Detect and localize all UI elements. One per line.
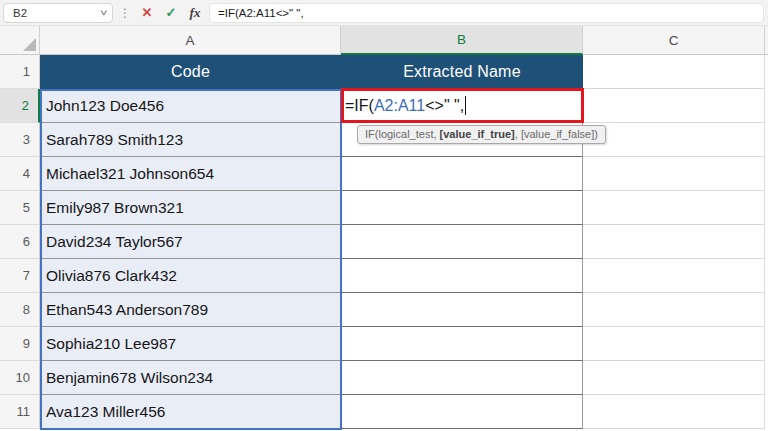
- select-all-corner[interactable]: [0, 26, 40, 55]
- code-cell[interactable]: Ava123 Miller456: [40, 395, 341, 429]
- extracted-name-cell[interactable]: [341, 361, 583, 395]
- cell-b1-extracted-name-header[interactable]: Extracted Name: [341, 55, 583, 89]
- empty-cell-c[interactable]: [583, 123, 765, 157]
- row-header[interactable]: 9: [0, 327, 40, 361]
- extracted-name-cell[interactable]: [341, 191, 583, 225]
- table-row: 2 John123 Doe456 =IF(A2:A11<>" ",: [0, 89, 768, 123]
- text-caret: [465, 96, 466, 115]
- extracted-name-cell[interactable]: [341, 327, 583, 361]
- cell-c1[interactable]: [583, 55, 765, 89]
- code-cell[interactable]: John123 Doe456: [40, 89, 341, 123]
- row-header[interactable]: 2: [0, 89, 40, 123]
- table-header-row: 1 Code Extracted Name: [0, 55, 768, 89]
- tooltip-post: , [value_if_false]): [515, 128, 598, 140]
- empty-cell-c[interactable]: [583, 293, 765, 327]
- row-header[interactable]: 6: [0, 225, 40, 259]
- table-row: 11 Ava123 Miller456: [0, 395, 768, 429]
- extracted-name-cell[interactable]: [341, 157, 583, 191]
- name-box-value: B2: [13, 7, 27, 19]
- tooltip-current-arg: [value_if_true]: [440, 128, 515, 140]
- column-header-b[interactable]: B: [341, 26, 583, 55]
- row-header[interactable]: 5: [0, 191, 40, 225]
- chevron-down-icon[interactable]: ˅: [100, 8, 107, 18]
- row-header[interactable]: 3: [0, 123, 40, 157]
- empty-cell-c[interactable]: [583, 157, 765, 191]
- code-cell[interactable]: David234 Taylor567: [40, 225, 341, 259]
- table-row: 4 Michael321 Johnson654: [0, 157, 768, 191]
- name-box[interactable]: B2 ˅: [3, 3, 113, 23]
- row-header[interactable]: 10: [0, 361, 40, 395]
- extracted-name-cell[interactable]: [341, 225, 583, 259]
- empty-cell-c[interactable]: [583, 327, 765, 361]
- empty-cell-c[interactable]: [583, 225, 765, 259]
- code-cell[interactable]: Emily987 Brown321: [40, 191, 341, 225]
- more-options-icon[interactable]: ⋮: [117, 6, 133, 20]
- table-row: 10 Benjamin678 Wilson234: [0, 361, 768, 395]
- extracted-name-cell[interactable]: =IF(A2:A11<>" ",: [341, 89, 583, 123]
- extracted-name-cell[interactable]: [341, 293, 583, 327]
- cell-a1-code-header[interactable]: Code: [40, 55, 341, 89]
- formula-bar-input[interactable]: =IF(A2:A11<>" ",: [209, 3, 764, 23]
- extracted-name-cell[interactable]: [341, 259, 583, 293]
- empty-cell-c[interactable]: [583, 191, 765, 225]
- code-cell[interactable]: Olivia876 Clark432: [40, 259, 341, 293]
- empty-cell-c[interactable]: [583, 259, 765, 293]
- formula-bar: B2 ˅ ⋮ ✕ ✓ fx =IF(A2:A11<>" ",: [0, 0, 768, 26]
- column-header-a[interactable]: A: [40, 26, 341, 55]
- column-headers: A B C: [0, 26, 768, 55]
- table-row: 6 David234 Taylor567: [0, 225, 768, 259]
- function-hint-tooltip: IF(logical_test, [value_if_true], [value…: [357, 125, 606, 144]
- extracted-name-cell[interactable]: [341, 395, 583, 429]
- confirm-icon[interactable]: ✓: [161, 5, 181, 20]
- row-header[interactable]: 7: [0, 259, 40, 293]
- select-all-triangle-icon: [23, 38, 36, 51]
- cancel-icon[interactable]: ✕: [137, 5, 157, 20]
- code-cell[interactable]: Michael321 Johnson654: [40, 157, 341, 191]
- code-cell[interactable]: Sophia210 Lee987: [40, 327, 341, 361]
- column-header-c[interactable]: C: [583, 26, 765, 55]
- code-cell[interactable]: Sarah789 Smith123: [40, 123, 341, 157]
- row-header-1[interactable]: 1: [0, 55, 40, 89]
- empty-cell-c[interactable]: [583, 361, 765, 395]
- row-header[interactable]: 4: [0, 157, 40, 191]
- empty-cell-c[interactable]: [583, 395, 765, 429]
- insert-function-icon[interactable]: fx: [185, 5, 205, 21]
- table-row: 8 Ethan543 Anderson789: [0, 293, 768, 327]
- row-header[interactable]: 11: [0, 395, 40, 429]
- code-cell[interactable]: Benjamin678 Wilson234: [40, 361, 341, 395]
- code-cell[interactable]: Ethan543 Anderson789: [40, 293, 341, 327]
- row-header[interactable]: 8: [0, 293, 40, 327]
- spreadsheet-grid: A B C 1 Code Extracted Name 2 John123 Do…: [0, 26, 768, 430]
- empty-cell-c[interactable]: [583, 89, 765, 123]
- table-row: 9 Sophia210 Lee987: [0, 327, 768, 361]
- table-row: 5 Emily987 Brown321: [0, 191, 768, 225]
- tooltip-pre: IF(logical_test,: [365, 128, 440, 140]
- formula-bar-text: =IF(A2:A11<>" ",: [218, 7, 304, 19]
- table-row: 7 Olivia876 Clark432: [0, 259, 768, 293]
- b2-formula-text: =IF(A2:A11<>" ",: [341, 96, 466, 115]
